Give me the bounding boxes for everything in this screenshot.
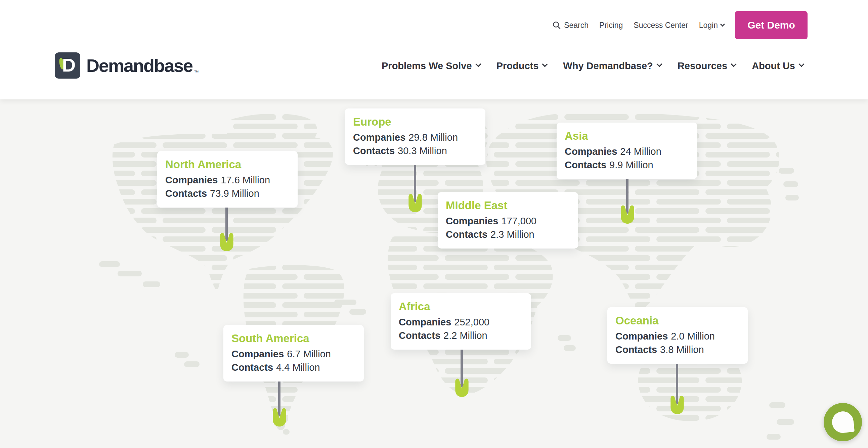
map-pin-oceania [670, 394, 685, 414]
companies-label: Companies [231, 349, 284, 359]
contacts-line: Contacts4.4 Million [231, 361, 356, 374]
search-label: Search [564, 21, 589, 30]
nav-item-label: Products [496, 60, 539, 71]
companies-label: Companies [615, 331, 668, 342]
region-card-oceania: Oceania Companies2.0 Million Contacts3.8… [607, 307, 748, 364]
contacts-line: Contacts3.8 Million [615, 343, 740, 356]
companies-line: Companies6.7 Million [231, 347, 356, 361]
chevron-down-icon [731, 61, 737, 67]
pricing-label: Pricing [599, 21, 623, 30]
contacts-line: Contacts2.3 Million [446, 228, 570, 241]
contacts-line: Contacts73.9 Million [165, 187, 289, 200]
region-name: MIddle East [446, 198, 570, 213]
region-card-asia: Asia Companies24 Million Contacts9.9 Mil… [557, 123, 697, 179]
login-menu[interactable]: Login [699, 21, 724, 30]
map-pin-south-america [272, 407, 287, 426]
chevron-down-icon [720, 22, 725, 27]
companies-label: Companies [353, 132, 405, 143]
nav-item-about-us[interactable]: About Us [752, 60, 804, 71]
nav-item-label: Why Demandbase? [563, 60, 653, 71]
contacts-line: Contacts2.2 Million [399, 329, 523, 342]
chevron-down-icon [542, 61, 548, 67]
region-name: North America [165, 157, 289, 172]
region-name: Oceania [615, 313, 740, 328]
contacts-label: Contacts [353, 146, 395, 156]
companies-line: Companies177,000 [446, 214, 570, 228]
contacts-label: Contacts [565, 160, 606, 170]
login-label: Login [699, 21, 718, 30]
search-icon [552, 21, 561, 30]
region-card-africa: Africa Companies252,000 Contacts2.2 Mill… [391, 293, 531, 350]
main-nav: Problems We Solve Products Why Demandbas… [381, 58, 804, 74]
contacts-label: Contacts [231, 362, 273, 373]
region-card-south-america: South America Companies6.7 Million Conta… [223, 325, 364, 382]
companies-value: 29.8 Million [408, 132, 458, 143]
contacts-value: 3.8 Million [660, 344, 704, 355]
trademark-symbol: ™ [194, 69, 199, 75]
region-name: Asia [565, 129, 689, 143]
region-name: Europe [353, 115, 477, 129]
region-card-europe: Europe Companies29.8 Million Contacts30.… [345, 108, 486, 165]
companies-label: Companies [446, 216, 498, 226]
companies-value: 24 Million [620, 146, 661, 157]
demandbase-logo[interactable]: D Demandbase ™ [55, 52, 199, 79]
contacts-value: 4.4 Million [276, 362, 320, 373]
companies-line: Companies252,000 [399, 315, 523, 329]
nav-item-label: Problems We Solve [381, 60, 472, 71]
companies-label: Companies [565, 146, 617, 157]
search-link[interactable]: Search [552, 21, 589, 30]
companies-line: Companies2.0 Million [615, 329, 740, 343]
companies-value: 17.6 Million [221, 174, 270, 185]
nav-item-products[interactable]: Products [496, 60, 547, 71]
logo-monogram: D [55, 53, 80, 78]
contacts-value: 73.9 Million [210, 188, 259, 199]
contacts-label: Contacts [615, 344, 657, 355]
contacts-value: 2.3 Million [490, 229, 534, 240]
companies-line: Companies17.6 Million [165, 173, 289, 187]
contacts-value: 2.2 Million [443, 330, 488, 341]
chat-widget-button[interactable] [824, 403, 862, 441]
contacts-line: Contacts30.3 Million [353, 144, 477, 158]
nav-item-label: About Us [752, 60, 795, 71]
companies-value: 2.0 Million [671, 331, 715, 342]
map-pin-north-america [219, 232, 235, 251]
companies-value: 6.7 Million [287, 349, 331, 359]
pricing-link[interactable]: Pricing [599, 21, 623, 30]
companies-line: Companies24 Million [565, 145, 689, 158]
success-center-link[interactable]: Success Center [633, 21, 688, 30]
region-card-north-america: North America Companies17.6 Million Cont… [157, 151, 298, 207]
success-center-label: Success Center [633, 21, 688, 30]
map-pin-asia [620, 204, 635, 224]
chevron-down-icon [475, 61, 481, 67]
utility-nav: Search Pricing Success Center Login Get … [552, 11, 808, 39]
companies-label: Companies [399, 317, 451, 327]
nav-item-problems-we-solve[interactable]: Problems We Solve [381, 60, 480, 71]
contacts-line: Contacts9.9 Million [565, 158, 689, 171]
logo-wordmark: Demandbase [86, 55, 192, 76]
region-card-middle-east: MIddle East Companies177,000 Contacts2.3… [438, 192, 578, 249]
chevron-down-icon [656, 61, 662, 67]
site-header: D Demandbase ™ Search Pricing Success Ce… [0, 0, 868, 99]
get-demo-button[interactable]: Get Demo [735, 11, 808, 39]
nav-item-resources[interactable]: Resources [678, 60, 736, 71]
companies-line: Companies29.8 Million [353, 131, 477, 144]
map-pin-africa [454, 378, 470, 397]
contacts-label: Contacts [165, 188, 207, 199]
map-pin-europe [407, 193, 423, 212]
companies-value: 252,000 [454, 317, 489, 327]
logo-mark: D [55, 53, 80, 78]
companies-value: 177,000 [501, 216, 536, 226]
nav-item-label: Resources [678, 60, 727, 71]
contacts-label: Contacts [399, 330, 440, 341]
nav-item-why-demandbase[interactable]: Why Demandbase? [563, 60, 661, 71]
companies-label: Companies [165, 174, 218, 185]
region-name: Africa [399, 299, 523, 314]
contacts-value: 9.9 Million [609, 160, 653, 170]
chat-bubble-icon [831, 410, 855, 434]
region-name: South America [231, 331, 356, 346]
contacts-value: 30.3 Million [398, 146, 447, 156]
contacts-label: Contacts [446, 229, 488, 240]
chevron-down-icon [799, 61, 805, 67]
